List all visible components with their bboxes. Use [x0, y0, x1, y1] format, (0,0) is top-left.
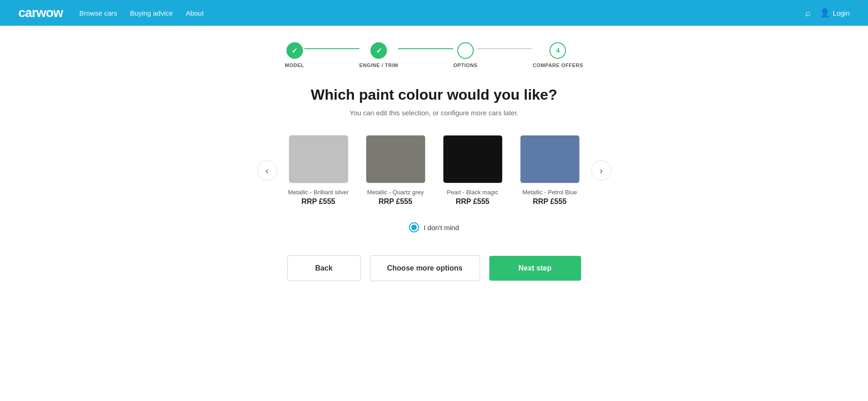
- step-engine-trim: ✓ ENGINE / TRIM: [359, 42, 398, 68]
- radio-label: I don't mind: [424, 224, 459, 232]
- colour-swatch-petrol-blue: [520, 135, 580, 183]
- user-icon: 👤: [820, 8, 830, 18]
- colour-swatch-quartz-grey: [366, 135, 426, 183]
- page-subtitle: You can edit this selection, or configur…: [237, 109, 632, 117]
- step-circle-options: [457, 42, 474, 59]
- step-number-compare: 4: [556, 47, 560, 54]
- nav-links: Browse cars Buying advice About: [79, 9, 204, 17]
- radio-dont-mind[interactable]: I don't mind: [237, 222, 632, 232]
- action-row: Back Choose more options Next step: [237, 255, 632, 281]
- checkmark-icon-2: ✓: [376, 46, 382, 55]
- connector-3-4: [477, 48, 532, 49]
- nav-browse-cars[interactable]: Browse cars: [79, 9, 118, 17]
- colour-price-brilliant-silver: RRP £555: [302, 198, 336, 206]
- nav-buying-advice[interactable]: Buying advice: [130, 9, 173, 17]
- step-circle-engine-trim: ✓: [370, 42, 387, 59]
- step-circle-compare-offers: 4: [549, 42, 566, 59]
- colour-name-quartz-grey: Metallic - Quartz grey: [367, 189, 424, 196]
- page-title: Which paint colour would you like?: [237, 86, 632, 103]
- connector-2-3: [398, 48, 453, 49]
- choose-more-options-button[interactable]: Choose more options: [370, 255, 480, 281]
- colour-card-black-magic[interactable]: Pearl - Black magicRRP £555: [441, 135, 505, 206]
- header: carwow Browse cars Buying advice About ⌕…: [0, 0, 868, 26]
- step-options: OPTIONS: [453, 42, 477, 68]
- connector-1-2: [304, 48, 359, 49]
- back-button[interactable]: Back: [287, 255, 361, 281]
- header-left: carwow Browse cars Buying advice About: [18, 6, 204, 20]
- radio-button[interactable]: [409, 222, 419, 232]
- step-label-model: MODEL: [285, 62, 304, 68]
- main-content: Which paint colour would you like? You c…: [228, 77, 641, 299]
- nav-about[interactable]: About: [186, 9, 204, 17]
- step-label-engine-trim: ENGINE / TRIM: [359, 62, 398, 68]
- colour-name-black-magic: Pearl - Black magic: [447, 189, 498, 196]
- next-step-button[interactable]: Next step: [489, 256, 581, 281]
- colour-options: Metallic - Brilliant silverRRP £555Metal…: [286, 135, 582, 206]
- checkmark-icon: ✓: [291, 46, 297, 55]
- search-icon[interactable]: ⌕: [805, 8, 811, 18]
- header-right: ⌕ 👤 Login: [805, 8, 850, 18]
- radio-inner-dot: [411, 225, 417, 230]
- colour-picker-row: ‹ Metallic - Brilliant silverRRP £555Met…: [237, 135, 632, 206]
- progress-stepper: ✓ MODEL ✓ ENGINE / TRIM OPTIONS 4 COMPAR…: [0, 26, 868, 77]
- step-compare-offers: 4 COMPARE OFFERS: [532, 42, 583, 68]
- colour-name-brilliant-silver: Metallic - Brilliant silver: [288, 189, 348, 196]
- logo[interactable]: carwow: [18, 6, 63, 20]
- colour-price-quartz-grey: RRP £555: [379, 198, 413, 206]
- colour-swatch-black-magic: [443, 135, 503, 183]
- colour-card-brilliant-silver[interactable]: Metallic - Brilliant silverRRP £555: [286, 135, 351, 206]
- colour-name-petrol-blue: Metallic - Petrol Blue: [522, 189, 577, 196]
- step-label-options: OPTIONS: [453, 62, 477, 68]
- step-circle-model: ✓: [286, 42, 303, 59]
- colour-swatch-brilliant-silver: [289, 135, 348, 183]
- carousel-prev-button[interactable]: ‹: [257, 160, 277, 181]
- login-button[interactable]: 👤 Login: [820, 8, 850, 18]
- carousel-next-button[interactable]: ›: [591, 160, 611, 181]
- colour-card-quartz-grey[interactable]: Metallic - Quartz greyRRP £555: [364, 135, 428, 206]
- step-label-compare-offers: COMPARE OFFERS: [532, 62, 583, 68]
- colour-price-petrol-blue: RRP £555: [533, 198, 567, 206]
- step-model: ✓ MODEL: [285, 42, 304, 68]
- colour-price-black-magic: RRP £555: [456, 198, 490, 206]
- colour-card-petrol-blue[interactable]: Metallic - Petrol BlueRRP £555: [518, 135, 582, 206]
